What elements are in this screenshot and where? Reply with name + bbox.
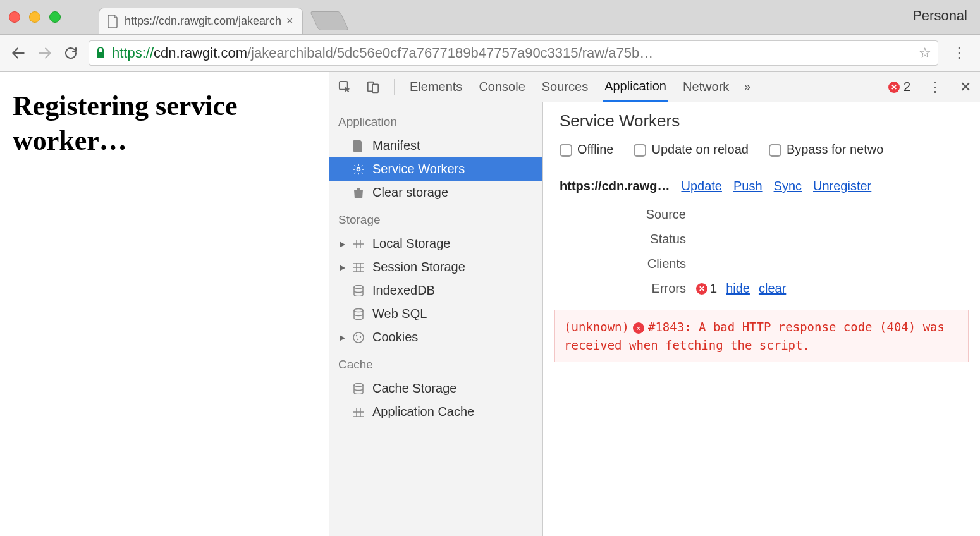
svg-point-10 xyxy=(356,334,357,336)
url-path: /jakearchibald/5dc56e0cf7a7677189b47757a… xyxy=(247,45,653,61)
svg-point-4 xyxy=(357,168,360,171)
svg-point-7 xyxy=(354,285,363,288)
sidebar-item-application-cache[interactable]: Application Cache xyxy=(329,400,542,423)
device-toolbar-icon[interactable] xyxy=(366,80,380,94)
sidebar-group-cache: Cache xyxy=(329,349,542,377)
unregister-link[interactable]: Unregister xyxy=(813,179,871,193)
sidebar-item-clear-storage[interactable]: Clear storage xyxy=(329,181,542,204)
sidebar-item-label: Clear storage xyxy=(372,185,448,200)
sidebar-item-session-storage[interactable]: Session Storage xyxy=(329,255,542,279)
more-tabs-icon[interactable]: » xyxy=(744,80,750,94)
sidebar-item-label: Session Storage xyxy=(372,260,465,274)
svg-point-11 xyxy=(360,336,361,337)
zoom-window-button[interactable] xyxy=(49,11,61,23)
sidebar-item-label: Service Workers xyxy=(372,162,465,176)
error-indicator[interactable]: ✕ 2 xyxy=(888,80,910,94)
sidebar-item-label: Application Cache xyxy=(372,405,474,419)
svg-rect-0 xyxy=(97,52,104,58)
sidebar-item-label: Local Storage xyxy=(372,236,450,251)
table-icon xyxy=(352,408,365,417)
tab-elements[interactable]: Elements xyxy=(408,72,463,102)
error-count-badge: ✕ 1 xyxy=(696,281,717,296)
label-status: Status xyxy=(560,232,686,247)
file-icon xyxy=(108,15,118,28)
back-button[interactable] xyxy=(10,45,27,61)
reload-button[interactable] xyxy=(63,46,78,61)
hide-errors-link[interactable]: hide xyxy=(726,281,750,296)
page-content: Registering service worker… xyxy=(0,72,329,536)
sidebar-item-cache-storage[interactable]: Cache Storage xyxy=(329,377,542,400)
database-icon xyxy=(352,285,365,296)
gear-icon xyxy=(352,163,365,176)
page-heading: Registering service worker… xyxy=(13,88,316,158)
sidebar-group-storage: Storage xyxy=(329,204,542,232)
sidebar-item-label: Web SQL xyxy=(372,307,427,321)
sidebar-item-local-storage[interactable]: Local Storage xyxy=(329,232,542,255)
bookmark-icon[interactable]: ☆ xyxy=(919,45,931,61)
svg-rect-3 xyxy=(372,84,378,92)
sidebar-item-web-sql[interactable]: Web SQL xyxy=(329,302,542,326)
browser-menu-button[interactable]: ⋮ xyxy=(948,45,970,61)
sync-link[interactable]: Sync xyxy=(774,179,802,193)
sw-origin: https://cdn.rawg… xyxy=(560,179,670,193)
table-icon xyxy=(352,240,365,248)
svg-point-12 xyxy=(357,338,358,339)
database-icon xyxy=(352,383,365,394)
sidebar-item-indexeddb[interactable]: IndexedDB xyxy=(329,279,542,302)
profile-label[interactable]: Personal xyxy=(912,8,967,24)
error-icon: ✕ xyxy=(696,283,707,295)
tab-application[interactable]: Application xyxy=(603,72,668,102)
sidebar-item-label: Manifest xyxy=(372,138,420,153)
sidebar-group-application: Application xyxy=(329,106,542,134)
application-sidebar: Application Manifest Service Workers Cle… xyxy=(329,102,543,536)
devtools-menu-button[interactable]: ⋮ xyxy=(924,79,946,95)
service-workers-panel: Service Workers Offline Update on reload… xyxy=(543,102,980,536)
label-source: Source xyxy=(560,207,686,222)
sidebar-item-label: Cookies xyxy=(372,330,418,344)
sidebar-item-service-workers[interactable]: Service Workers xyxy=(329,157,542,181)
devtools-panel: Elements Console Sources Application Net… xyxy=(329,72,980,536)
trash-icon xyxy=(352,186,365,199)
minimize-window-button[interactable] xyxy=(29,11,40,23)
close-window-button[interactable] xyxy=(9,11,20,23)
sidebar-item-label: Cache Storage xyxy=(372,381,456,396)
tab-network[interactable]: Network xyxy=(682,72,730,102)
error-icon: ✕ xyxy=(888,82,900,93)
svg-point-8 xyxy=(354,308,363,312)
file-icon xyxy=(352,140,365,152)
sidebar-item-manifest[interactable]: Manifest xyxy=(329,134,542,157)
address-bar[interactable]: https:// cdn.rawgit.com /jakearchibald/5… xyxy=(89,40,938,66)
error-message-box: (unknown)✕#1843: A bad HTTP response cod… xyxy=(554,310,969,362)
update-on-reload-checkbox[interactable]: Update on reload xyxy=(634,142,748,157)
sidebar-item-label: IndexedDB xyxy=(372,283,435,298)
database-icon xyxy=(352,308,365,320)
label-clients: Clients xyxy=(560,257,686,271)
devtools-close-button[interactable]: ✕ xyxy=(960,79,971,95)
browser-tab[interactable]: https://cdn.rawgit.com/jakearch × xyxy=(99,8,303,34)
label-errors: Errors xyxy=(560,281,686,296)
panel-title: Service Workers xyxy=(560,111,964,131)
update-link[interactable]: Update xyxy=(681,179,722,193)
error-icon: ✕ xyxy=(633,322,644,334)
bypass-for-network-checkbox[interactable]: Bypass for netwo xyxy=(769,142,883,157)
tab-sources[interactable]: Sources xyxy=(541,72,589,102)
window-controls xyxy=(9,11,61,34)
push-link[interactable]: Push xyxy=(733,179,763,193)
close-tab-button[interactable]: × xyxy=(286,15,293,28)
lock-icon xyxy=(95,47,106,59)
clear-errors-link[interactable]: clear xyxy=(759,281,786,296)
new-tab-button[interactable] xyxy=(310,11,349,30)
url-scheme: https:// xyxy=(112,45,154,61)
error-source: (unknown) xyxy=(564,320,629,334)
forward-button[interactable] xyxy=(37,45,53,61)
sidebar-item-cookies[interactable]: Cookies xyxy=(329,326,542,349)
table-icon xyxy=(352,263,365,272)
tab-console[interactable]: Console xyxy=(477,72,526,102)
url-host: cdn.rawgit.com xyxy=(154,45,247,61)
inspect-element-icon[interactable] xyxy=(338,80,352,94)
svg-point-9 xyxy=(353,332,364,343)
svg-point-13 xyxy=(354,383,363,386)
error-count: 2 xyxy=(903,80,910,94)
offline-checkbox[interactable]: Offline xyxy=(560,142,613,157)
cookie-icon xyxy=(352,332,365,343)
